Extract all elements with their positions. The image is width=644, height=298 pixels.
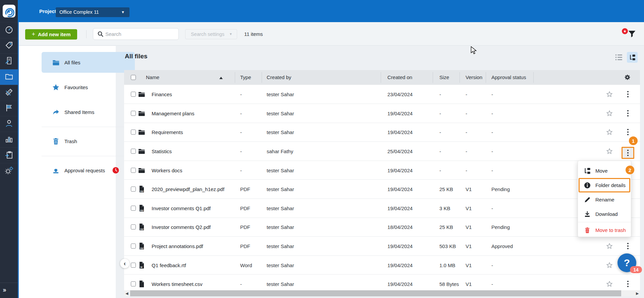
row-kebab-menu-icon[interactable]: [626, 110, 630, 117]
list-view-toggle[interactable]: [615, 54, 623, 61]
column-divider: [460, 72, 460, 83]
folder-file-icon: [138, 166, 146, 174]
column-divider: [533, 72, 534, 83]
row-checkbox[interactable]: [131, 148, 136, 154]
scroll-right-arrow[interactable]: ▶: [636, 291, 639, 296]
menu-item-folder-details[interactable]: Folder details: [579, 178, 630, 192]
cell-name[interactable]: Q1 feedback.rtf: [152, 262, 186, 268]
cell-approval-status: Approved: [491, 243, 513, 249]
svg-text:w: w: [140, 265, 143, 268]
row-checkbox[interactable]: [131, 111, 136, 116]
cell-name[interactable]: Requirements: [152, 129, 183, 135]
cell-created-on: 19/04/2024: [387, 243, 413, 249]
cell-type: -: [240, 129, 242, 135]
row-checkbox[interactable]: [131, 130, 136, 135]
sidebar-item-favourites[interactable]: Favourites: [42, 80, 135, 95]
rail-item-measure-tools[interactable]: [0, 85, 18, 101]
rail-item-settings-gears[interactable]: [0, 163, 18, 179]
column-header-approval-status[interactable]: Approval status: [491, 74, 526, 80]
row-checkbox[interactable]: [131, 168, 136, 173]
cell-name[interactable]: Workers timesheet.csv: [152, 281, 202, 287]
column-header-created-on[interactable]: Created on: [387, 74, 412, 80]
scroll-left-arrow[interactable]: ◀: [125, 291, 128, 296]
menu-item-rename[interactable]: Rename: [578, 192, 631, 207]
favourite-star-icon[interactable]: [606, 110, 613, 117]
favourite-star-icon[interactable]: [606, 243, 613, 249]
row-checkbox[interactable]: [131, 187, 136, 192]
rail-item-bar-chart[interactable]: [0, 132, 18, 147]
cell-name[interactable]: Investor comments Q1.pdf: [152, 205, 211, 211]
favourite-star-icon[interactable]: [606, 148, 613, 155]
rail-item-tag[interactable]: [0, 38, 18, 54]
sidebar-item-all-files[interactable]: All files: [42, 55, 135, 70]
cell-name[interactable]: Investor comments Q2.pdf: [152, 224, 211, 230]
row-checkbox[interactable]: [131, 92, 136, 97]
cell-name[interactable]: 2020_previewpdf_plan_h1ez.pdf: [152, 186, 224, 192]
menu-item-move[interactable]: Move: [578, 164, 631, 178]
cell-version: V1: [466, 243, 472, 249]
project-selector-dropdown[interactable]: Office Complex 11 ▼: [56, 7, 129, 17]
row-checkbox[interactable]: [131, 262, 136, 267]
sidebar-item-trash[interactable]: Trash: [42, 134, 135, 148]
sidebar-item-shared-items[interactable]: Shared Items: [42, 105, 135, 119]
menu-item-label: Download: [595, 211, 618, 217]
horizontal-scrollbar[interactable]: ◀ ▶: [124, 290, 640, 296]
filter-funnel-icon[interactable]: [627, 29, 637, 38]
column-header-name[interactable]: Name: [146, 74, 159, 80]
favourite-star-icon[interactable]: [606, 129, 613, 135]
add-new-item-button[interactable]: + Add new item: [25, 29, 77, 40]
sidebar-item-approval-requests[interactable]: Approval requests: [42, 163, 135, 178]
app-window: Project Office Complex 11 ▼ ›› +: [0, 0, 644, 298]
rail-item-dashboard[interactable]: [0, 22, 18, 38]
expand-sidebar-button[interactable]: ››: [3, 286, 5, 294]
column-header-version[interactable]: Version: [466, 74, 482, 80]
chevron-down-icon: ▼: [121, 7, 125, 17]
person-icon: [5, 119, 13, 129]
row-kebab-menu-icon[interactable]: [626, 91, 630, 98]
cell-size: -: [439, 148, 441, 154]
project-selector-value: Office Complex 11: [59, 9, 99, 15]
favourite-star-icon[interactable]: [606, 91, 613, 98]
sidebar-divider: [42, 127, 129, 127]
tree-view-toggle[interactable]: [627, 52, 638, 63]
select-all-checkbox[interactable]: [131, 75, 136, 80]
rail-item-stamped-document[interactable]: [0, 53, 18, 69]
row-kebab-menu-icon[interactable]: [626, 242, 630, 250]
menu-item-download[interactable]: Download: [578, 207, 631, 221]
menu-item-move-to-trash[interactable]: Move to trash: [578, 223, 631, 237]
cell-approval-status: -: [491, 167, 493, 173]
scrollbar-thumb[interactable]: [130, 290, 621, 296]
collapse-sidebar-button[interactable]: ‹: [120, 259, 129, 268]
search-settings-button[interactable]: Search settings ▼: [185, 29, 237, 39]
cell-name[interactable]: Project annotations.pdf: [152, 243, 203, 249]
row-checkbox[interactable]: [131, 205, 136, 211]
info-icon: [584, 182, 591, 189]
rail-item-person[interactable]: [0, 116, 18, 132]
rail-item-clipboard[interactable]: [0, 147, 18, 163]
favourite-star-icon[interactable]: [606, 262, 613, 269]
stamped-document-icon: [5, 56, 13, 66]
column-header-type[interactable]: Type: [240, 74, 251, 80]
cell-version: -: [466, 110, 467, 116]
cell-created-on: 19/04/2024: [387, 110, 413, 116]
favourite-star-icon[interactable]: [606, 281, 613, 287]
highlighted-row-menu-button[interactable]: [622, 147, 634, 159]
files-sidebar: All files Favourites Shared Items Trash …: [19, 46, 116, 298]
cell-size: -: [439, 167, 441, 173]
column-header-size[interactable]: Size: [439, 74, 449, 80]
column-header-created-by[interactable]: Created by: [267, 74, 291, 80]
row-kebab-menu-icon[interactable]: [626, 280, 630, 288]
row-checkbox[interactable]: [131, 243, 136, 248]
cell-name[interactable]: Management plans: [152, 110, 195, 116]
row-checkbox[interactable]: [131, 282, 136, 287]
table-settings-gear-icon[interactable]: [624, 74, 631, 81]
cell-name[interactable]: Statistics: [152, 148, 172, 154]
rail-item-flag[interactable]: [0, 101, 18, 116]
rail-item-folder[interactable]: [0, 69, 18, 85]
row-checkbox[interactable]: [131, 225, 136, 230]
table-row: PDF Investor comments Q1.pdf PDF tester …: [124, 199, 640, 218]
download-icon: [584, 211, 591, 218]
cell-name[interactable]: Workers docs: [152, 167, 182, 173]
cell-name[interactable]: Finances: [152, 92, 172, 97]
row-kebab-menu-icon[interactable]: [626, 128, 630, 136]
